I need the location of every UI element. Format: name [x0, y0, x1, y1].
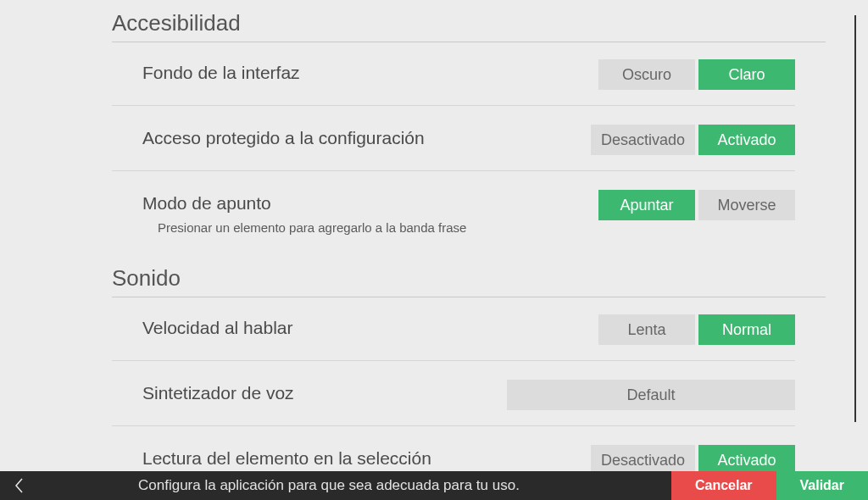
toggle-option-point[interactable]: Apuntar	[598, 190, 695, 220]
setting-label: Velocidad al hablar	[142, 314, 292, 338]
toggle-option-move[interactable]: Moverse	[698, 190, 795, 220]
toggle-option-enabled[interactable]: Activado	[698, 445, 795, 471]
setting-label: Lectura del elemento en la selección	[142, 445, 431, 469]
setting-voice-synth: Sintetizador de voz Default	[112, 380, 795, 426]
setting-label: Acceso protegido a la configuración	[142, 125, 425, 148]
setting-label: Modo de apunto	[142, 190, 466, 214]
toggle-read-on-select: Desactivado Activado	[591, 445, 795, 471]
section-title-sound: Sonido	[112, 265, 827, 292]
toggle-pointing-mode: Apuntar Moverse	[598, 190, 795, 220]
toggle-option-light[interactable]: Claro	[698, 59, 795, 90]
section-title-accessibility: Accesibilidad	[112, 10, 827, 36]
toggle-speech-speed: Lenta Normal	[598, 314, 795, 345]
setting-speech-speed: Velocidad al hablar Lenta Normal	[112, 314, 795, 361]
setting-protected-access: Acceso protegido a la configuración Desa…	[112, 125, 795, 171]
toggle-option-normal[interactable]: Normal	[698, 314, 795, 345]
back-button[interactable]	[0, 471, 37, 500]
select-voice-synth[interactable]: Default	[507, 380, 795, 410]
setting-label: Fondo de la interfaz	[142, 59, 300, 83]
toggle-option-slow[interactable]: Lenta	[598, 314, 695, 345]
validate-button[interactable]: Validar	[776, 471, 868, 500]
setting-read-on-select: Lectura del elemento en la selección Des…	[112, 445, 795, 471]
setting-sublabel: Presionar un elemento para agregarlo a l…	[158, 220, 466, 235]
footer-text: Configura la aplicación para que sea ade…	[37, 471, 671, 500]
toggle-option-enabled[interactable]: Activado	[698, 125, 795, 155]
section-divider	[112, 297, 826, 297]
scroll-indicator[interactable]	[854, 15, 856, 422]
toggle-option-disabled[interactable]: Desactivado	[591, 125, 695, 155]
setting-label: Sintetizador de voz	[142, 380, 294, 403]
chevron-left-icon	[14, 477, 24, 494]
footer-bar: Configura la aplicación para que sea ade…	[0, 471, 868, 500]
toggle-option-disabled[interactable]: Desactivado	[591, 445, 695, 471]
cancel-button[interactable]: Cancelar	[671, 471, 776, 500]
setting-interface-background: Fondo de la interfaz Oscuro Claro	[112, 59, 795, 106]
toggle-protected-access: Desactivado Activado	[591, 125, 795, 155]
toggle-option-dark[interactable]: Oscuro	[598, 59, 695, 90]
setting-pointing-mode: Modo de apunto Presionar un elemento par…	[112, 190, 795, 242]
section-divider	[112, 42, 826, 42]
toggle-interface-background: Oscuro Claro	[598, 59, 795, 90]
